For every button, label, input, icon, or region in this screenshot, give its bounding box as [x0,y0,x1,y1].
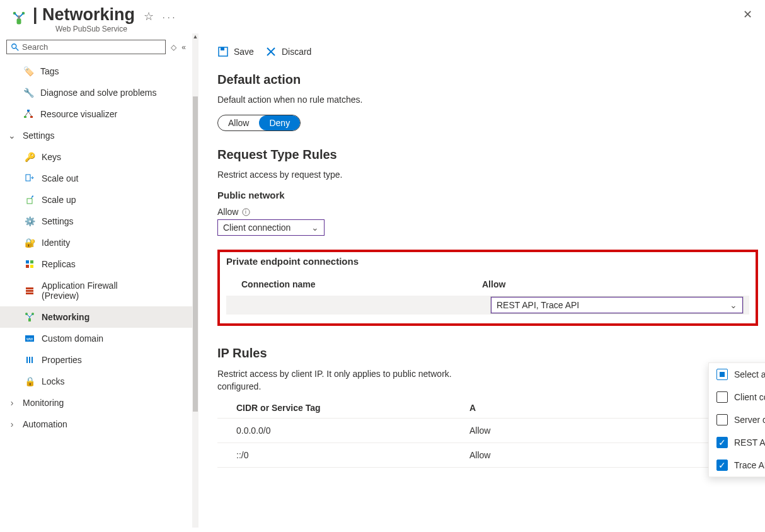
scale-out-icon [24,174,35,183]
sidebar-item-identity[interactable]: 🔐 Identity [0,232,192,253]
save-button[interactable]: Save [217,46,254,57]
svg-rect-19 [26,292,33,294]
svg-line-9 [25,112,28,116]
option-rest-api[interactable]: ✓ REST API [709,431,765,454]
visualizer-icon [23,109,34,119]
private-endpoint-heading: Private endpoint connections [226,256,749,267]
option-trace-api[interactable]: ✓ Trace API [709,454,765,477]
checkbox-indeterminate-icon [716,369,728,380]
key-icon: 🔑 [24,152,35,162]
close-button[interactable]: ✕ [740,5,755,24]
search-input[interactable]: Search [6,40,166,54]
checkbox-unchecked-icon [716,414,728,425]
svg-rect-2 [17,18,21,24]
default-action-heading: Default action [217,72,765,87]
allow-dropdown-list: Select all Client connection Server conn… [708,362,765,477]
svg-rect-11 [26,175,30,181]
checkbox-checked-icon: ✓ [716,460,728,471]
sidebar-item-settings-sub[interactable]: ⚙️ Settings [0,211,192,232]
discard-icon [265,46,277,57]
sidebar-item-properties[interactable]: Properties [0,349,192,371]
public-allow-dropdown[interactable]: Client connection ⌄ [217,219,325,236]
sidebar-scrollbar[interactable]: ▲ [192,33,198,528]
sidebar-item-app-firewall[interactable]: Application Firewall (Preview) [0,275,192,306]
webpubsub-icon [10,9,28,26]
svg-rect-8 [30,116,33,118]
info-icon[interactable]: i [242,208,250,216]
svg-rect-14 [30,260,33,263]
sidebar-item-networking[interactable]: Networking [0,306,192,328]
svg-text:ww: ww [26,337,33,341]
page-title: | Networking [33,5,135,24]
default-action-desc: Default action when no rule matches. [217,95,765,105]
svg-rect-6 [27,110,30,112]
svg-text:i: i [246,209,247,215]
ip-rules-desc: Restrict access by client IP. It only ap… [217,368,728,393]
option-server-connection[interactable]: Server connection [709,408,765,431]
sidebar-group-settings[interactable]: ⌄ Settings [0,125,192,146]
sidebar-item-tags[interactable]: 🏷️ Tags [0,61,192,82]
expand-icon[interactable]: ◇ [171,43,176,52]
ip-rule-row: ::/0 Allow ··· [217,443,747,468]
chevron-down-icon: ⌄ [730,300,737,310]
chevron-right-icon: › [8,398,16,408]
wrench-icon: 🔧 [23,88,34,98]
sidebar-item-diagnose[interactable]: 🔧 Diagnose and solve problems [0,82,192,103]
lock-icon: 🔒 [24,376,35,386]
private-endpoint-row: REST API, Trace API ⌄ [226,296,749,315]
svg-rect-17 [26,287,33,289]
sidebar-item-keys[interactable]: 🔑 Keys [0,146,192,168]
request-rules-heading: Request Type Rules [217,147,765,162]
identity-icon: 🔐 [24,238,35,248]
ip-rules-heading: IP Rules [217,346,765,361]
default-action-toggle[interactable]: Allow Deny [217,115,301,131]
save-icon [217,46,229,57]
svg-point-4 [12,43,16,48]
toggle-allow[interactable]: Allow [218,115,259,130]
sidebar: Search ◇ « 🏷️ Tags 🔧 Diagnose and solve … [0,33,192,528]
gear-icon: ⚙️ [24,216,35,226]
sidebar-group-automation[interactable]: › Automation [0,413,192,435]
chevron-right-icon: › [8,419,16,429]
sidebar-item-scale-out[interactable]: Scale out [0,168,192,189]
tag-icon: 🏷️ [23,66,34,76]
public-network-heading: Public network [217,190,765,200]
search-icon [11,43,20,52]
sidebar-item-replicas[interactable]: Replicas [0,253,192,275]
discard-button[interactable]: Discard [265,46,311,57]
firewall-icon [24,286,35,295]
svg-rect-3 [18,16,20,20]
checkbox-unchecked-icon [716,391,728,403]
scale-up-icon [24,195,35,204]
chevron-down-icon: ⌄ [311,223,319,233]
private-allow-dropdown[interactable]: REST API, Trace API ⌄ [491,297,743,313]
sidebar-item-scale-up[interactable]: Scale up [0,189,192,211]
networking-icon [24,312,35,322]
col-allow: Allow [482,279,743,289]
svg-rect-15 [26,265,29,268]
collapse-icon[interactable]: « [181,43,186,52]
col-action: A [469,403,747,413]
svg-line-10 [28,112,32,116]
sidebar-item-custom-domain[interactable]: ww Custom domain [0,328,192,349]
col-cidr: CIDR or Service Tag [217,403,469,413]
toggle-deny[interactable]: Deny [259,115,300,130]
ip-rule-row: 0.0.0.0/0 Allow ··· [217,419,747,443]
svg-rect-18 [26,290,33,292]
col-connection-name: Connection name [233,279,482,289]
svg-rect-16 [30,265,33,268]
replicas-icon [24,260,35,269]
chevron-down-icon: ⌄ [8,130,16,141]
svg-line-5 [16,47,18,50]
checkbox-checked-icon: ✓ [716,437,728,448]
header-more-icon[interactable]: · · · [163,12,175,22]
sidebar-item-locks[interactable]: 🔒 Locks [0,371,192,392]
sidebar-item-resource-visualizer[interactable]: Resource visualizer [0,103,192,125]
favorite-star-icon[interactable]: ☆ [144,10,154,23]
option-select-all[interactable]: Select all [709,363,765,386]
private-endpoint-highlight: Private endpoint connections Connection … [217,250,758,326]
sidebar-group-monitoring[interactable]: › Monitoring [0,392,192,413]
option-client-connection[interactable]: Client connection [709,386,765,408]
svg-rect-7 [24,116,26,118]
svg-rect-29 [221,47,224,50]
